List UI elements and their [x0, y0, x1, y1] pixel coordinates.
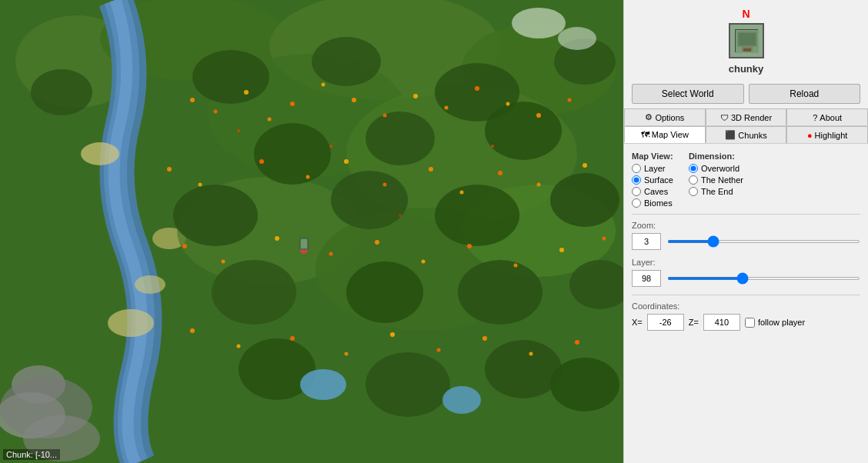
overworld-label: Overworld — [701, 164, 739, 173]
svg-point-55 — [568, 98, 572, 102]
svg-point-62 — [429, 167, 433, 172]
svg-point-27 — [346, 261, 423, 323]
follow-player-label: follow player — [758, 318, 805, 327]
svg-point-50 — [413, 94, 418, 98]
svg-point-89 — [329, 145, 332, 148]
biomes-radio-item[interactable]: Biomes — [632, 198, 673, 208]
divider-2 — [632, 295, 860, 295]
svg-point-22 — [173, 185, 258, 246]
svg-point-47 — [322, 83, 326, 87]
zoom-value[interactable] — [632, 233, 661, 250]
zoom-control: Zoom: — [632, 221, 860, 250]
zoom-slider-row — [632, 233, 860, 250]
svg-point-64 — [498, 171, 502, 175]
svg-point-69 — [275, 236, 279, 241]
svg-point-40 — [512, 8, 566, 38]
nether-radio[interactable] — [689, 175, 698, 185]
dimension-radio-group: Overworld The Nether The End — [689, 164, 743, 196]
end-label: The End — [701, 187, 733, 196]
world-buttons: Select World Reload — [624, 79, 868, 108]
layer-radio-item[interactable]: Layer — [632, 164, 673, 173]
biomes-label: Biomes — [644, 198, 673, 208]
reload-button[interactable]: Reload — [749, 84, 861, 104]
select-world-button[interactable]: Select World — [632, 84, 744, 104]
svg-point-7 — [108, 309, 154, 337]
coordinates-label: Coordinates: — [632, 301, 860, 311]
svg-point-81 — [390, 332, 395, 337]
tab-mapview[interactable]: 🗺 Map View — [624, 126, 706, 143]
caves-radio[interactable] — [632, 187, 641, 196]
svg-point-60 — [344, 159, 349, 164]
svg-point-14 — [31, 69, 92, 115]
tab-options[interactable]: ⚙ Options — [624, 108, 706, 125]
map-area[interactable]: Chunk: [-10... — [0, 0, 623, 463]
svg-point-53 — [506, 102, 510, 106]
svg-point-71 — [375, 240, 379, 245]
overworld-radio[interactable] — [689, 164, 698, 173]
svg-point-52 — [475, 86, 479, 91]
layer-label: Layer — [644, 164, 666, 173]
svg-point-32 — [485, 340, 562, 398]
follow-player-row: follow player — [745, 318, 805, 328]
mapview-radio-group: Layer Surface Caves Biomes — [632, 164, 673, 208]
coords-row: X= Z= follow player — [632, 314, 860, 331]
svg-point-46 — [290, 102, 295, 106]
svg-point-70 — [329, 252, 333, 256]
tab-chunks[interactable]: ⬛ Chunks — [706, 126, 787, 143]
layer-value[interactable] — [632, 270, 661, 287]
layer-slider[interactable] — [667, 277, 860, 280]
layer-slider-row — [632, 270, 860, 287]
logo-area: N chunky — [624, 0, 868, 79]
svg-point-15 — [192, 50, 269, 104]
follow-player-checkbox[interactable] — [745, 318, 755, 328]
zoom-label: Zoom: — [632, 221, 860, 230]
x-input[interactable] — [647, 314, 684, 331]
nether-radio-item[interactable]: The Nether — [689, 175, 743, 185]
tab-options-label: Options — [655, 113, 684, 122]
svg-point-79 — [290, 336, 295, 341]
tab-highlight[interactable]: ● Highlight — [786, 126, 868, 143]
tab-3drender[interactable]: 🛡 3D Render — [706, 108, 787, 125]
gear-icon: ⚙ — [645, 112, 653, 122]
layer-radio[interactable] — [632, 164, 641, 173]
layer-label-text: Layer: — [632, 258, 860, 267]
tab-about[interactable]: ? About — [786, 108, 868, 125]
svg-point-80 — [345, 352, 349, 356]
tab-3drender-label: 3D Render — [731, 113, 772, 122]
caves-label: Caves — [644, 187, 668, 196]
chunk-label: Chunk: [-10... — [3, 449, 60, 460]
panel-content: Map View: Layer Surface Caves — [624, 144, 868, 463]
svg-point-57 — [199, 183, 202, 187]
map-icon: 🗺 — [641, 130, 649, 139]
z-input[interactable] — [703, 314, 740, 331]
svg-point-90 — [399, 214, 402, 217]
app-icon — [729, 23, 764, 58]
surface-radio[interactable] — [632, 175, 641, 185]
svg-point-82 — [437, 348, 441, 352]
surface-radio-item[interactable]: Surface — [632, 175, 673, 185]
svg-point-44 — [244, 90, 249, 95]
tabs-row2: 🗺 Map View ⬛ Chunks ● Highlight — [624, 126, 868, 144]
svg-rect-96 — [743, 48, 751, 52]
svg-rect-87 — [300, 238, 308, 249]
svg-point-76 — [603, 237, 606, 241]
svg-point-73 — [467, 244, 472, 248]
help-icon: ? — [813, 113, 817, 122]
zoom-slider[interactable] — [667, 240, 860, 243]
tabs-row1: ⚙ Options 🛡 3D Render ? About — [624, 108, 868, 126]
end-radio[interactable] — [689, 187, 698, 196]
north-indicator: N — [742, 8, 749, 20]
tab-mapview-label: Map View — [652, 130, 689, 139]
biomes-radio[interactable] — [632, 198, 641, 208]
svg-point-83 — [482, 336, 487, 341]
x-label: X= — [632, 318, 643, 327]
end-radio-item[interactable]: The End — [689, 187, 743, 196]
svg-point-72 — [422, 260, 426, 264]
caves-radio-item[interactable]: Caves — [632, 187, 673, 196]
svg-rect-94 — [739, 33, 756, 45]
svg-point-26 — [212, 260, 296, 325]
overworld-radio-item[interactable]: Overworld — [689, 164, 743, 173]
svg-point-51 — [445, 106, 449, 110]
svg-point-41 — [558, 27, 596, 50]
svg-point-75 — [559, 248, 564, 252]
